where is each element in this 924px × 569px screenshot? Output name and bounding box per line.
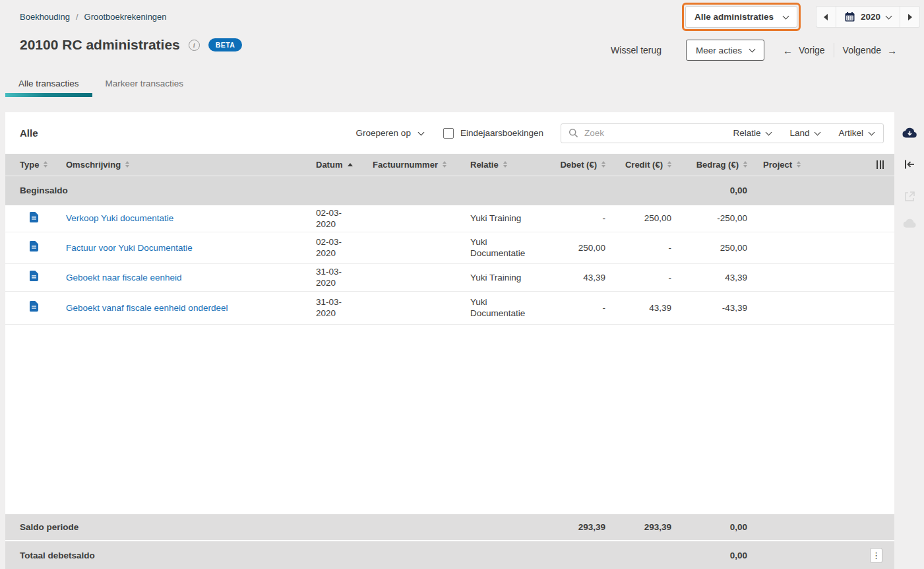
- collapse-panel-button[interactable]: [904, 160, 915, 169]
- secondary-download-button[interactable]: [902, 218, 917, 228]
- chevron-down-icon: [749, 46, 755, 53]
- filter-land-dropdown[interactable]: Land: [789, 128, 820, 138]
- document-icon[interactable]: [30, 212, 38, 222]
- table-row[interactable]: Factuur voor Yuki Documentatie 02-03-202…: [5, 232, 894, 263]
- sort-icon: [667, 161, 671, 168]
- export-download-button[interactable]: [902, 127, 917, 139]
- open-external-button[interactable]: [904, 191, 915, 203]
- sort-icon: [125, 161, 129, 168]
- group-title: Alle: [20, 127, 38, 139]
- transactions-table: Type Omschrijving Datum Factuurnummer Re…: [5, 154, 894, 325]
- search-input[interactable]: Zoek: [584, 128, 714, 138]
- cell-credit: -: [613, 263, 679, 291]
- table-row[interactable]: Verkoop Yuki documentatie 02-03-2020 Yuk…: [5, 205, 894, 232]
- column-header-project[interactable]: Project: [755, 154, 834, 176]
- collapse-left-icon: [904, 160, 915, 169]
- next-year-button[interactable]: [900, 6, 920, 28]
- chevron-down-icon: [783, 13, 789, 19]
- cell-debet: -: [539, 205, 613, 232]
- cell-credit: -: [613, 232, 679, 263]
- sort-icon: [44, 161, 47, 168]
- transactions-panel: Alle Groeperen op Eindejaarsboekingen Zo…: [5, 112, 894, 569]
- column-settings-header: [834, 154, 894, 176]
- column-header-debet[interactable]: Debet (€): [539, 154, 613, 176]
- administration-dropdown-label: Alle administraties: [694, 12, 774, 22]
- column-header-factuurnummer[interactable]: Factuurnummer: [359, 154, 457, 176]
- filter-artikel-dropdown[interactable]: Artikel: [838, 128, 874, 138]
- transaction-link[interactable]: Geboekt naar fiscale eenheid: [66, 273, 182, 283]
- vorige-button[interactable]: ← Vorige: [783, 45, 825, 56]
- table-row[interactable]: Geboekt naar fiscale eenheid 31-03-2020 …: [5, 263, 894, 291]
- sort-icon: [743, 161, 747, 168]
- tab-markeer-transacties[interactable]: Markeer transacties: [92, 71, 197, 97]
- saldo-periode-bedrag: 0,00: [679, 514, 755, 541]
- meer-acties-button[interactable]: Meer acties: [686, 40, 764, 61]
- row-options-button[interactable]: ⋮: [870, 548, 882, 563]
- saldo-periode-credit: 293,39: [613, 514, 679, 541]
- filter-land-label: Land: [789, 128, 809, 138]
- column-header-bedrag[interactable]: Bedrag (€): [679, 154, 755, 176]
- cell-relatie: Yuki Documentatie: [457, 232, 539, 263]
- cell-credit: 43,39: [613, 291, 679, 324]
- info-icon[interactable]: i: [189, 40, 200, 51]
- cell-factuurnummer: [359, 291, 457, 324]
- saldo-periode-debet: 293,39: [539, 514, 613, 541]
- right-icon-strip: [894, 112, 924, 569]
- vorige-label: Vorige: [799, 45, 825, 55]
- beginsaldo-bedrag: 0,00: [679, 176, 755, 205]
- kebab-icon: ⋮: [872, 551, 880, 560]
- sort-ascending-icon: [348, 163, 353, 166]
- document-icon[interactable]: [30, 241, 38, 251]
- administration-dropdown[interactable]: Alle administraties: [685, 6, 797, 28]
- transaction-link[interactable]: Verkoop Yuki documentatie: [66, 213, 173, 223]
- document-icon[interactable]: [30, 271, 38, 281]
- page-title: 20100 RC administraties: [20, 37, 180, 53]
- column-header-credit[interactable]: Credit (€): [613, 154, 679, 176]
- column-header-relatie[interactable]: Relatie: [457, 154, 539, 176]
- eindejaarsboekingen-checkbox[interactable]: [443, 128, 454, 139]
- totaal-debetsaldo-bedrag: 0,00: [679, 541, 755, 569]
- breadcrumb-grootboekrekeningen[interactable]: Grootboekrekeningen: [84, 12, 167, 22]
- year-dropdown[interactable]: 2020: [836, 6, 900, 28]
- column-header-datum[interactable]: Datum: [305, 154, 359, 176]
- table-empty-space: [5, 325, 894, 515]
- column-header-type[interactable]: Type: [5, 154, 51, 176]
- cell-datum: 02-03-2020: [305, 205, 359, 232]
- breadcrumb-boekhouding[interactable]: Boekhouding: [20, 12, 70, 22]
- volgende-label: Volgende: [843, 45, 881, 55]
- cloud-download-icon: [902, 127, 917, 139]
- chevron-down-icon: [815, 129, 821, 135]
- tab-alle-transacties[interactable]: Alle transacties: [5, 71, 92, 97]
- totaal-debetsaldo-label: Totaal debetsaldo: [5, 541, 539, 569]
- cell-datum: 31-03-2020: [305, 263, 359, 291]
- filter-relatie-dropdown[interactable]: Relatie: [733, 128, 771, 138]
- triangle-left-icon: [824, 14, 828, 20]
- totals-table: Saldo periode 293,39 293,39 0,00 Totaal …: [5, 514, 894, 569]
- table-row[interactable]: Geboekt vanaf fiscale eenheid onderdeel …: [5, 291, 894, 324]
- transaction-link[interactable]: Geboekt vanaf fiscale eenheid onderdeel: [66, 303, 228, 313]
- panel-toolbar: Alle Groeperen op Eindejaarsboekingen Zo…: [5, 112, 894, 154]
- column-header-omschrijving[interactable]: Omschrijving: [51, 154, 305, 176]
- search-box[interactable]: Zoek Relatie Land Artikel: [561, 123, 884, 143]
- cell-project: [755, 205, 834, 232]
- search-icon: [569, 128, 578, 138]
- chevron-down-icon: [886, 13, 892, 19]
- columns-icon[interactable]: [877, 160, 884, 169]
- table-header-row: Type Omschrijving Datum Factuurnummer Re…: [5, 154, 894, 176]
- document-icon[interactable]: [30, 301, 38, 312]
- wissel-terug-link[interactable]: Wissel terug: [611, 45, 662, 55]
- cell-debet: 43,39: [539, 263, 613, 291]
- sort-icon: [601, 161, 605, 168]
- cell-project: [755, 232, 834, 263]
- chevron-down-icon: [766, 129, 772, 135]
- cell-factuurnummer: [359, 263, 457, 291]
- arrow-left-icon: ←: [783, 45, 793, 56]
- arrow-right-icon: →: [887, 45, 897, 56]
- previous-year-button[interactable]: [816, 6, 836, 28]
- cell-project: [755, 263, 834, 291]
- transaction-link[interactable]: Factuur voor Yuki Documentatie: [66, 243, 193, 253]
- volgende-button[interactable]: Volgende →: [843, 45, 897, 56]
- groeperen-op-dropdown[interactable]: Groeperen op: [356, 128, 423, 138]
- meer-acties-label: Meer acties: [696, 46, 742, 55]
- cloud-icon: [902, 218, 917, 228]
